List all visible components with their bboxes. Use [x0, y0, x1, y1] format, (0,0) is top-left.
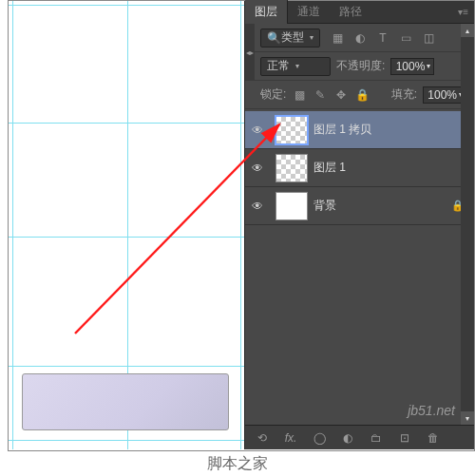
filter-smart-icon[interactable]: ◫	[421, 30, 436, 46]
document-canvas[interactable]	[9, 1, 245, 449]
layer-thumbnail[interactable]	[276, 192, 308, 220]
layer-row[interactable]: 👁 背景 🔒	[245, 187, 474, 225]
lock-transparent-icon[interactable]: ▩	[292, 87, 307, 103]
layer-thumbnail[interactable]	[276, 116, 308, 144]
trash-icon[interactable]: 🗑	[426, 430, 441, 446]
chevron-down-icon: ▾	[295, 62, 299, 70]
filter-label: 类型	[281, 29, 304, 46]
panel-tabs: 图层 通道 路径 ▾≡	[245, 1, 474, 24]
scrollbar[interactable]: ▴ ▾	[461, 24, 474, 425]
fill-label: 填充:	[391, 86, 417, 103]
watermark: jb51.net	[408, 403, 455, 418]
chevron-down-icon: ▾	[310, 33, 314, 42]
guide-h[interactable]	[9, 237, 245, 238]
tab-layers[interactable]: 图层	[245, 0, 288, 24]
visibility-icon[interactable]: 👁	[245, 200, 270, 213]
opacity-input[interactable]: 100%▾	[390, 58, 434, 75]
guide-v[interactable]	[12, 1, 13, 449]
scroll-up-icon[interactable]: ▴	[461, 24, 474, 37]
fill-value: 100%	[428, 88, 457, 102]
filter-shape-icon[interactable]: ▭	[398, 30, 413, 46]
layer-name[interactable]: 图层 1	[314, 160, 474, 176]
blend-mode-dropdown[interactable]: 正常 ▾	[260, 57, 331, 76]
visibility-icon[interactable]: 👁	[245, 162, 270, 175]
new-layer-icon[interactable]: ⊡	[397, 430, 412, 446]
page-caption: 脚本之家	[0, 454, 475, 474]
mask-icon[interactable]: ◯	[312, 430, 327, 446]
fx-icon[interactable]: fx.	[283, 430, 298, 446]
lock-label: 锁定:	[260, 86, 286, 103]
opacity-label: 不透明度:	[336, 58, 385, 74]
blend-row: 正常 ▾ 不透明度: 100%▾	[245, 52, 474, 81]
layer-name[interactable]: 背景	[314, 198, 451, 214]
guide-h[interactable]	[9, 5, 245, 6]
filter-text-icon[interactable]: T	[375, 30, 390, 46]
scroll-down-icon[interactable]: ▾	[461, 411, 474, 425]
panel-bottom-bar: ⟲ fx. ◯ ◐ 🗀 ⊡ 🗑	[245, 425, 474, 449]
filter-pixel-icon[interactable]: ▦	[330, 30, 345, 46]
lock-image-icon[interactable]: ✎	[313, 87, 328, 103]
adjustment-icon[interactable]: ◐	[340, 430, 355, 446]
guide-h[interactable]	[9, 366, 245, 367]
lock-position-icon[interactable]: ✥	[333, 87, 349, 103]
opacity-value: 100%	[396, 60, 426, 73]
blend-mode-value: 正常	[267, 58, 290, 74]
tab-paths[interactable]: 路径	[330, 0, 371, 24]
panel-collapse-icon[interactable]: ◂▸	[245, 24, 255, 81]
group-icon[interactable]: 🗀	[369, 430, 384, 446]
layer-row[interactable]: 👁 图层 1 拷贝	[245, 111, 474, 149]
layers-list: 👁 图层 1 拷贝 👁 图层 1 👁 背景 🔒	[245, 109, 474, 225]
filter-icons: ▦ ◐ T ▭ ◫	[330, 30, 436, 46]
tab-channels[interactable]: 通道	[288, 0, 330, 24]
filter-type-dropdown[interactable]: 🔍 类型 ▾	[260, 29, 320, 48]
lock-all-icon[interactable]: 🔒	[354, 87, 370, 103]
visibility-icon[interactable]: 👁	[245, 124, 270, 137]
layer-row[interactable]: 👁 图层 1	[245, 149, 474, 187]
layers-panel: 图层 通道 路径 ▾≡ ◂▸ 🔍 类型 ▾ ▦ ◐ T ▭ ◫ 正常 ▾	[244, 1, 474, 449]
layer-thumbnail[interactable]	[276, 154, 308, 182]
filter-adjust-icon[interactable]: ◐	[352, 30, 368, 46]
guide-v[interactable]	[240, 1, 241, 449]
lock-row: 锁定: ▩ ✎ ✥ 🔒 填充: 100%▾	[245, 81, 474, 109]
guide-h[interactable]	[9, 123, 245, 124]
layer-name[interactable]: 图层 1 拷贝	[314, 122, 474, 138]
search-icon: 🔍	[267, 31, 281, 45]
link-icon[interactable]: ⟲	[255, 430, 270, 446]
panel-menu-icon[interactable]: ▾≡	[458, 7, 468, 17]
filter-row: 🔍 类型 ▾ ▦ ◐ T ▭ ◫	[245, 24, 474, 52]
guide-h[interactable]	[9, 440, 245, 441]
rounded-rect-object[interactable]	[22, 373, 229, 430]
